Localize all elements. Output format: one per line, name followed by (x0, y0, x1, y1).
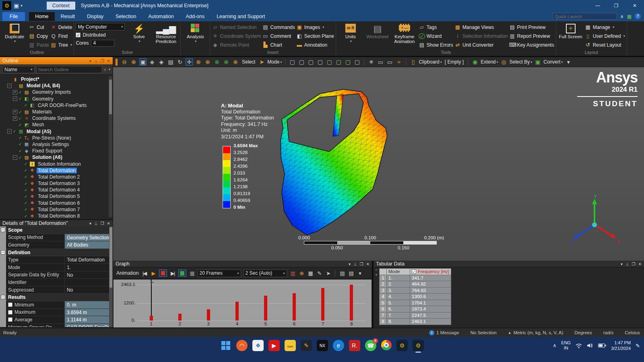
tree-coordinate-systems[interactable]: +✓✳Coordinate Systems (0, 115, 113, 121)
result-checkbox[interactable] (8, 310, 12, 315)
frequency-cell[interactable]: 1704.1 (410, 300, 451, 306)
language-indicator[interactable]: ENGIN (561, 340, 571, 351)
cursor-icon[interactable]: ➤ (258, 59, 265, 65)
extend-icon[interactable]: ◉ (471, 59, 479, 65)
graphics-viewport[interactable]: A: Modal Total Deformation Type: Total D… (113, 67, 644, 261)
zoom-in-icon[interactable]: ⊕ (130, 59, 137, 65)
dataset-grid-icon[interactable]: ▦ (307, 270, 314, 276)
distributed-frames-toggle[interactable]: ▦ (178, 269, 186, 277)
mode-cell[interactable]: 1. (387, 275, 410, 281)
frequency-bar-mode-3[interactable] (207, 309, 210, 321)
details-value[interactable]: No (65, 272, 113, 279)
status-angle-unit[interactable]: Degrees (574, 330, 592, 335)
zoom-previous-icon[interactable]: ⊕ (232, 59, 239, 65)
minimize-button[interactable]: — (588, 0, 607, 11)
tree-materials[interactable]: +✓▨Materials (0, 109, 113, 115)
table-row[interactable]: 77.2247.5 (380, 312, 451, 319)
wifi-icon[interactable] (576, 343, 582, 348)
viewports-icon[interactable]: ▤ (167, 59, 174, 65)
graph-dropdown-icon[interactable]: ▾ (349, 262, 351, 266)
menu-result[interactable]: Result (55, 12, 81, 21)
export-video-icon[interactable]: ▥ (289, 270, 296, 276)
outline-pin-icon[interactable]: ⊥ (94, 59, 98, 63)
table-row[interactable]: 33.764.93 (380, 287, 451, 294)
frequency-cell[interactable]: 2247.5 (410, 312, 451, 319)
clipboard-empty-label[interactable]: [ Empty ] (444, 59, 464, 65)
tags-button[interactable]: ▱Tags (419, 23, 453, 31)
tree-analysis-settings[interactable]: ✓▦Analysis Settings (0, 141, 113, 148)
annotation-button[interactable]: ▬Annotation (296, 41, 334, 49)
filter-type-select[interactable]: Name ▾ (2, 66, 35, 73)
category-collapse-icon[interactable]: − (1, 250, 5, 255)
manage-button[interactable]: ▦Manage▾ (585, 23, 625, 31)
outline-dropdown-icon[interactable]: ▾ (89, 59, 91, 63)
analysis-button[interactable]: Analysis▾ (182, 23, 208, 45)
result-checkbox[interactable] (8, 302, 12, 307)
solve-handler-select[interactable]: My Computer▾ (76, 23, 125, 31)
go-to-start-button[interactable]: |◀ (141, 270, 148, 276)
status-units[interactable]: ▲ Metric (m, kg, N, s, V, A) (508, 330, 563, 335)
cad-app-icon[interactable]: ✎ (301, 340, 312, 351)
tree-mesh[interactable]: ✓◩Mesh (0, 121, 113, 128)
status-angular-velocity-unit[interactable]: rad/s (603, 330, 614, 335)
mode-cell[interactable]: 3. (387, 287, 410, 294)
frequency-bar-mode-1[interactable] (150, 316, 153, 321)
isometric-view-icon[interactable]: ▣ (139, 58, 147, 66)
frequency-bar-mode-6[interactable] (293, 293, 296, 321)
menu-add-ons[interactable]: Add-ons (180, 12, 211, 21)
unit-converter-button[interactable]: ⇄Unit Converter (454, 41, 508, 49)
details-value[interactable]: Total Deformation (65, 256, 113, 263)
table-row[interactable]: 22.464.92 (380, 281, 451, 288)
tree-total-deformation-4[interactable]: ✓❖Total Deformation 4 (0, 187, 113, 193)
play-button[interactable]: ▶ (150, 270, 157, 276)
frequency-cell[interactable]: 764.93 (410, 287, 451, 294)
mode-cell[interactable]: 4. (387, 294, 410, 300)
expand-filter-icon[interactable]: ˅ (104, 67, 106, 72)
details-close-icon[interactable]: ✕ (107, 221, 110, 226)
nx-app-icon[interactable]: NX (317, 340, 328, 351)
clock[interactable]: 1:47 PM3/21/2024 (611, 340, 631, 351)
outline-maximize-icon[interactable]: ❒ (101, 59, 104, 63)
cores-input[interactable]: Cores4 (76, 39, 125, 47)
clipboard-icon[interactable]: ▯ (409, 59, 417, 65)
comment-button[interactable]: ▭Comment (262, 32, 295, 40)
tree-expander[interactable]: + (13, 110, 17, 114)
find-button[interactable]: QFind (50, 32, 72, 40)
probe-annotation-icon[interactable]: ▭ (377, 59, 384, 65)
details-scrollbar[interactable] (109, 226, 113, 327)
filter-edge-icon[interactable]: ▢ (298, 59, 305, 65)
tree-solution-information[interactable]: ✓iSolution Information (0, 160, 113, 167)
tree-expander[interactable]: − (13, 155, 17, 160)
clipboard-dropdown[interactable]: Clipboard▾ (419, 59, 442, 65)
column-header-frequency[interactable]: ✓Frequency [Hz] (410, 269, 451, 275)
menu-display[interactable]: Display (81, 12, 109, 21)
tree-total-deformation-5[interactable]: ✓❖Total Deformation 5 (0, 193, 113, 200)
result-checkbox[interactable] (8, 317, 12, 322)
status-temperature-unit[interactable]: Celsius (625, 330, 640, 335)
report-preview-button[interactable]: ▥Report Preview (509, 32, 554, 40)
chrome-icon[interactable] (381, 340, 392, 350)
filter-element-icon[interactable]: ▢ (344, 59, 351, 65)
wizard-button[interactable]: ✓Wizard (419, 32, 453, 40)
table-row[interactable]: 11.341.7 (380, 275, 451, 281)
quick-launch-input[interactable] (553, 13, 617, 20)
convert-icon[interactable]: ▣ (534, 59, 541, 65)
details-category-results[interactable]: Results (6, 294, 113, 301)
maximize-button[interactable]: ❒ (607, 0, 625, 11)
column-header-mode[interactable]: Mode (387, 269, 410, 275)
filter-overflow-icon[interactable]: ▾ (109, 68, 110, 71)
perspective-view-icon[interactable]: ◈ (158, 59, 165, 65)
frequency-cell[interactable]: 1300.6 (410, 294, 451, 300)
mode-cell[interactable]: 5. (387, 300, 410, 306)
zoom-face-icon[interactable]: ⊕ (213, 59, 221, 65)
outline-close-icon[interactable]: ✕ (107, 59, 110, 63)
toolbar-overflow-icon[interactable]: ▾ (565, 59, 572, 65)
tree-total-deformation-2[interactable]: ✓❖Total Deformation 2 (0, 174, 113, 180)
tree-car-door-freeparts[interactable]: ✓◧CAR DOOR-FreeParts (0, 102, 113, 109)
table-row[interactable]: 88.2463.1 (380, 319, 451, 325)
menu-automation[interactable]: Automation (142, 12, 180, 21)
show-errors-button[interactable]: ▤Show Errors (419, 41, 453, 49)
tree-total-deformation[interactable]: ✓❖Total Deformation (0, 167, 113, 174)
tree-model[interactable]: −▨Model (A4, B4) (0, 82, 113, 89)
quick-access-caret-icon[interactable]: ▾ (21, 4, 23, 8)
